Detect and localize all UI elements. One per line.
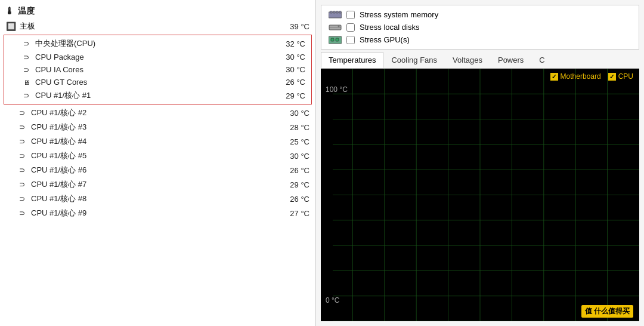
core4-value: 25 °C: [274, 137, 309, 146]
sensor-row-cpu-core1[interactable]: ⊃ CPU #1/核心 #1 29 °C: [4, 88, 311, 103]
stress-gpu-checkbox[interactable]: [346, 36, 355, 44]
core2-label: CPU #1/核心 #2: [31, 107, 274, 118]
watermark-badge: 值 什么值得买: [581, 305, 633, 318]
core3-icon: ⊃: [17, 123, 27, 131]
sensor-row-cpu-main[interactable]: ⊃ 中央处理器(CPU) 32 °C: [4, 36, 311, 51]
stress-memory-label: Stress system memory: [360, 10, 438, 19]
cpu-gt-cores-label: CPU GT Cores: [35, 78, 270, 87]
sensor-row-core9[interactable]: ⊃ CPU #1/核心 #9 27 °C: [0, 206, 315, 220]
chart-container: ✓ Motherboard ✓ CPU 100 °C 0 °C 值 什么值得买: [321, 69, 639, 321]
temperature-icon: 🌡: [5, 6, 14, 17]
core9-icon: ⊃: [17, 209, 27, 217]
stress-disk-option[interactable]: Stress local disks: [329, 23, 631, 32]
core9-label: CPU #1/核心 #9: [31, 208, 274, 219]
stress-memory-checkbox[interactable]: [346, 11, 355, 19]
cpu-main-value: 32 °C: [270, 39, 305, 48]
sensor-row-core2[interactable]: ⊃ CPU #1/核心 #2 30 °C: [0, 106, 315, 120]
motherboard-value: 39 °C: [274, 22, 309, 31]
cpu-core1-label: CPU #1/核心 #1: [35, 90, 270, 101]
core4-icon: ⊃: [17, 137, 27, 146]
core5-label: CPU #1/核心 #5: [31, 150, 274, 161]
tab-powers[interactable]: Powers: [490, 52, 531, 68]
cpu-package-icon: ⊃: [21, 53, 32, 61]
svg-rect-8: [329, 36, 342, 44]
core3-value: 28 °C: [274, 123, 309, 132]
gpu-icon: [329, 36, 342, 44]
sensor-row-core8[interactable]: ⊃ CPU #1/核心 #8 26 °C: [0, 192, 315, 206]
tab-cooling-fans[interactable]: Cooling Fans: [383, 52, 445, 68]
cpu-icon: ⊃: [21, 39, 32, 48]
sensor-row-core3[interactable]: ⊃ CPU #1/核心 #3 28 °C: [0, 120, 315, 134]
chart-label-0: 0 °C: [326, 296, 339, 305]
right-panel: Stress system memory Stress local disks …: [316, 0, 644, 326]
tabs-bar: Temperatures Cooling Fans Voltages Power…: [321, 52, 639, 69]
ram-icon: [329, 11, 342, 19]
cpu-gt-cores-value: 26 °C: [270, 78, 305, 87]
core6-icon: ⊃: [17, 166, 27, 174]
cpu-ia-cores-value: 30 °C: [270, 65, 305, 74]
tab-c[interactable]: C: [531, 52, 552, 68]
disk-icon: [329, 23, 342, 32]
left-panel: 🌡 温度 🔲 主板 39 °C ⊃ 中央处理器(CPU) 32 °C ⊃ CPU…: [0, 0, 316, 326]
sensor-row-cpu-ia-cores[interactable]: ⊃ CPU IA Cores 30 °C: [4, 63, 311, 76]
tab-temperatures[interactable]: Temperatures: [321, 52, 383, 68]
core3-label: CPU #1/核心 #3: [31, 122, 274, 133]
svg-rect-2: [333, 11, 335, 13]
chart-grid: [321, 69, 639, 321]
core8-value: 26 °C: [274, 195, 309, 204]
cpu-ia-cores-icon: ⊃: [21, 66, 32, 74]
sensor-row-core5[interactable]: ⊃ CPU #1/核心 #5 30 °C: [0, 149, 315, 163]
cpu-core1-icon: ⊃: [21, 91, 32, 100]
core4-label: CPU #1/核心 #4: [31, 136, 274, 147]
legend-cpu-label: CPU: [618, 72, 633, 81]
cpu-package-label: CPU Package: [35, 53, 270, 61]
motherboard-icon: 🔲: [6, 21, 16, 31]
stress-gpu-label: Stress GPU(s): [360, 35, 410, 44]
sensor-row-core7[interactable]: ⊃ CPU #1/核心 #7 29 °C: [0, 177, 315, 192]
legend-cpu-checkbox: ✓: [608, 73, 616, 81]
core8-label: CPU #1/核心 #8: [31, 193, 274, 204]
core7-icon: ⊃: [17, 180, 27, 189]
stress-disk-label: Stress local disks: [360, 23, 419, 32]
svg-rect-1: [330, 11, 332, 13]
core6-label: CPU #1/核心 #6: [31, 165, 274, 176]
svg-point-7: [338, 25, 340, 27]
chart-legend: ✓ Motherboard ✓ CPU: [550, 72, 633, 81]
cpu-package-value: 30 °C: [270, 53, 305, 61]
core2-value: 30 °C: [274, 109, 309, 118]
motherboard-row: 🔲 主板 39 °C: [0, 19, 315, 33]
svg-rect-3: [336, 11, 338, 13]
sensor-row-cpu-gt-cores[interactable]: 🖥 CPU GT Cores 26 °C: [4, 76, 311, 88]
core6-value: 26 °C: [274, 166, 309, 175]
core5-value: 30 °C: [274, 152, 309, 161]
tab-voltages[interactable]: Voltages: [445, 52, 490, 68]
temperature-label: 温度: [18, 6, 35, 17]
core9-value: 27 °C: [274, 209, 309, 218]
highlighted-group: ⊃ 中央处理器(CPU) 32 °C ⊃ CPU Package 30 °C ⊃…: [4, 35, 312, 104]
temperature-header: 🌡 温度: [0, 4, 315, 19]
legend-motherboard-checkbox: ✓: [550, 73, 558, 81]
chart-label-100: 100 °C: [326, 85, 348, 94]
sensor-row-cpu-package[interactable]: ⊃ CPU Package 30 °C: [4, 51, 311, 63]
core2-icon: ⊃: [17, 109, 27, 117]
legend-motherboard: ✓ Motherboard: [550, 72, 601, 81]
cpu-gt-cores-icon: 🖥: [21, 79, 32, 86]
sensor-row-core4[interactable]: ⊃ CPU #1/核心 #4 25 °C: [0, 134, 315, 149]
stress-disk-checkbox[interactable]: [346, 23, 355, 32]
motherboard-label: 主板: [20, 21, 274, 32]
stress-options-panel: Stress system memory Stress local disks …: [321, 5, 639, 50]
core7-value: 29 °C: [274, 180, 309, 189]
svg-rect-10: [336, 38, 339, 41]
stress-gpu-option[interactable]: Stress GPU(s): [329, 35, 631, 44]
stress-memory-option[interactable]: Stress system memory: [329, 10, 631, 19]
cpu-core1-value: 29 °C: [270, 91, 305, 100]
core5-icon: ⊃: [17, 152, 27, 160]
svg-rect-9: [331, 38, 334, 41]
svg-rect-4: [339, 11, 341, 13]
cpu-ia-cores-label: CPU IA Cores: [35, 65, 270, 74]
sensor-row-core6[interactable]: ⊃ CPU #1/核心 #6 26 °C: [0, 163, 315, 177]
legend-cpu: ✓ CPU: [608, 72, 633, 81]
core8-icon: ⊃: [17, 195, 27, 203]
cpu-main-label: 中央处理器(CPU): [35, 38, 270, 49]
core7-label: CPU #1/核心 #7: [31, 179, 274, 190]
